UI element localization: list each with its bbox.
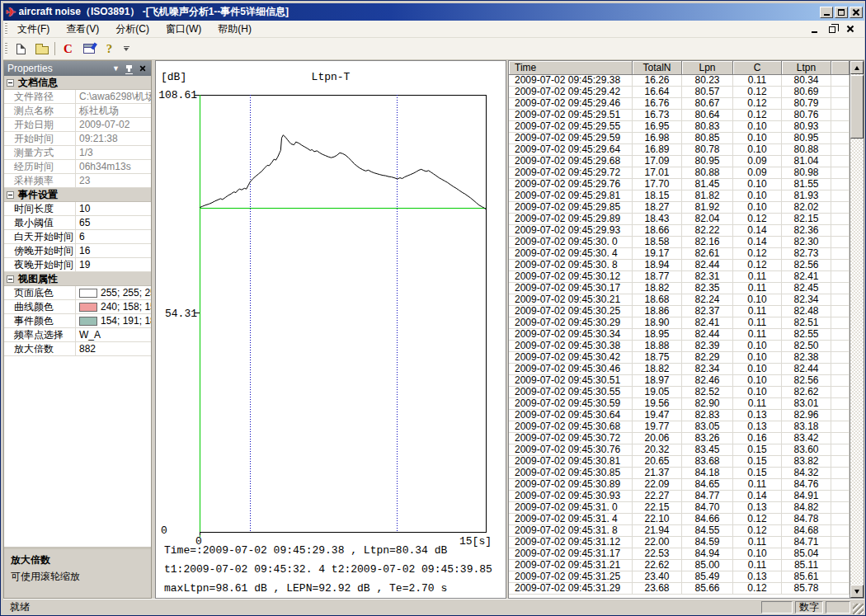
- open-file-button[interactable]: [32, 40, 51, 58]
- table-row[interactable]: 2009-07-02 09:45:30.4218.7582.290.1082.3…: [509, 352, 850, 364]
- table-row[interactable]: 2009-07-02 09:45:30.5118.9782.460.1082.5…: [509, 375, 850, 387]
- mdi-minimize-button[interactable]: [808, 24, 820, 35]
- table-row[interactable]: 2009-07-02 09:45:29.7617.7081.450.1081.5…: [509, 179, 850, 190]
- table-row[interactable]: 2009-07-02 09:45:30.1718.8282.350.1182.4…: [509, 283, 850, 294]
- property-value[interactable]: C:\awa6298\机场: [75, 90, 151, 103]
- property-row[interactable]: 夜晚开始时间19: [4, 258, 151, 272]
- table-row[interactable]: 2009-07-02 09:45:30.5519.0582.520.1082.6…: [509, 387, 850, 398]
- property-value[interactable]: W_A: [75, 328, 151, 341]
- resize-grip[interactable]: [853, 604, 864, 614]
- table-row[interactable]: 2009-07-02 09:45:30. 018.5882.160.1482.3…: [509, 237, 850, 248]
- property-section-header[interactable]: 文档信息: [4, 76, 151, 90]
- ltpn-plot-svg[interactable]: [156, 61, 506, 598]
- column-header[interactable]: Time: [509, 61, 633, 75]
- property-value[interactable]: 255; 255; 25: [75, 286, 151, 299]
- column-header[interactable]: Lpn: [682, 61, 733, 75]
- new-document-button[interactable]: [12, 40, 31, 58]
- property-value[interactable]: 10: [75, 202, 151, 215]
- menubar-grip[interactable]: [5, 23, 7, 35]
- property-section-header[interactable]: 视图属性: [4, 272, 151, 286]
- menu-item[interactable]: 文件(F): [11, 21, 56, 38]
- table-row[interactable]: 2009-07-02 09:45:29.5116.7380.640.1280.7…: [509, 110, 850, 121]
- property-section-header[interactable]: 事件设置: [4, 188, 151, 202]
- table-row[interactable]: 2009-07-02 09:45:29.9318.6682.220.1482.3…: [509, 225, 850, 237]
- table-row[interactable]: 2009-07-02 09:45:29.5516.9580.830.1080.9…: [509, 121, 850, 133]
- help-button[interactable]: ?: [100, 40, 119, 58]
- menu-item[interactable]: 帮助(H): [211, 21, 258, 38]
- table-row[interactable]: 2009-07-02 09:45:30.1218.7782.310.1182.4…: [509, 271, 850, 283]
- property-value[interactable]: 882: [75, 342, 151, 355]
- table-row[interactable]: 2009-07-02 09:45:29.7217.0180.880.0980.9…: [509, 167, 850, 179]
- collapse-icon[interactable]: [7, 79, 14, 87]
- property-value[interactable]: 06h34m13s: [75, 160, 151, 173]
- property-row[interactable]: 频率点选择W_A: [4, 328, 151, 342]
- property-value[interactable]: 240; 158; 15: [75, 300, 151, 313]
- property-value[interactable]: 栎社机场: [75, 104, 151, 117]
- property-row[interactable]: 页面底色255; 255; 25: [4, 286, 151, 300]
- menu-item[interactable]: 窗口(W): [159, 21, 208, 38]
- table-row[interactable]: 2009-07-02 09:45:30.7620.3283.450.1583.6…: [509, 444, 850, 456]
- property-value[interactable]: 2009-07-02: [75, 118, 151, 131]
- property-value[interactable]: 65: [75, 216, 151, 229]
- property-row[interactable]: 文件路径C:\awa6298\机场: [4, 90, 151, 104]
- property-row[interactable]: 白天开始时间6: [4, 230, 151, 244]
- panel-close-icon[interactable]: [137, 63, 148, 74]
- table-row[interactable]: 2009-07-02 09:45:30.8922.0984.650.1184.7…: [509, 479, 850, 491]
- property-value[interactable]: 154; 191; 18: [75, 314, 151, 327]
- property-value[interactable]: 19: [75, 258, 151, 271]
- c-weighting-button[interactable]: C: [59, 40, 78, 58]
- property-row[interactable]: 曲线颜色240; 158; 15: [4, 300, 151, 314]
- table-row[interactable]: 2009-07-02 09:45:30.2918.9082.410.1182.5…: [509, 317, 850, 329]
- table-row[interactable]: 2009-07-02 09:45:29.8118.1581.820.1081.9…: [509, 190, 850, 202]
- panel-pin-icon[interactable]: [124, 63, 134, 74]
- table-row[interactable]: 2009-07-02 09:45:30.8521.3784.180.1584.3…: [509, 468, 850, 479]
- table-row[interactable]: 2009-07-02 09:45:30.9322.2784.770.1484.9…: [509, 491, 850, 502]
- table-row[interactable]: 2009-07-02 09:45:29.8918.4382.040.1282.1…: [509, 214, 850, 225]
- property-row[interactable]: 傍晚开始时间16: [4, 244, 151, 258]
- table-row[interactable]: 2009-07-02 09:45:29.4216.6480.570.1280.6…: [509, 87, 850, 98]
- toolbar-grip[interactable]: [5, 43, 7, 54]
- column-header[interactable]: [831, 61, 850, 75]
- table-row[interactable]: 2009-07-02 09:45:30.4618.8282.340.1082.4…: [509, 364, 850, 375]
- scrollbar-thumb[interactable]: [850, 75, 864, 139]
- table-row[interactable]: 2009-07-02 09:45:30. 419.1782.610.1282.7…: [509, 248, 850, 260]
- property-row[interactable]: 采样频率23: [4, 174, 151, 188]
- property-row[interactable]: 测点名称栎社机场: [4, 104, 151, 118]
- property-value[interactable]: 09:21:38: [75, 132, 151, 145]
- property-row[interactable]: 经历时间06h34m13s: [4, 160, 151, 174]
- table-row[interactable]: 2009-07-02 09:45:29.5916.9880.850.1080.9…: [509, 133, 850, 144]
- table-row[interactable]: 2009-07-02 09:45:29.3816.2680.230.1180.3…: [509, 75, 850, 87]
- table-row[interactable]: 2009-07-02 09:45:30.6819.7783.050.1383.1…: [509, 421, 850, 433]
- minimize-button[interactable]: [820, 7, 833, 18]
- menu-item[interactable]: 查看(V): [59, 21, 106, 38]
- property-row[interactable]: 开始日期2009-07-02: [4, 118, 151, 132]
- property-row[interactable]: 最小阈值65: [4, 216, 151, 230]
- mdi-restore-button[interactable]: [826, 24, 838, 35]
- table-row[interactable]: 2009-07-02 09:45:30.2118.6882.240.1082.3…: [509, 294, 850, 306]
- property-row[interactable]: 放大倍数882: [4, 342, 151, 356]
- table-row[interactable]: 2009-07-02 09:45:31.2122.6285.000.1185.1…: [509, 560, 850, 571]
- property-row[interactable]: 事件颜色154; 191; 18: [4, 314, 151, 328]
- column-header[interactable]: C: [733, 61, 782, 75]
- table-row[interactable]: 2009-07-02 09:45:30.3818.8882.390.1082.5…: [509, 341, 850, 352]
- table-scrollbar[interactable]: [850, 61, 864, 598]
- close-button[interactable]: [850, 7, 863, 18]
- table-row[interactable]: 2009-07-02 09:45:31. 821.9484.550.1284.6…: [509, 525, 850, 537]
- property-row[interactable]: 时间长度10: [4, 202, 151, 216]
- table-row[interactable]: 2009-07-02 09:45:29.6416.8980.780.1080.8…: [509, 144, 850, 156]
- scroll-up-button[interactable]: [850, 61, 864, 74]
- table-row[interactable]: 2009-07-02 09:45:29.4616.7680.670.1280.7…: [509, 98, 850, 110]
- property-row[interactable]: 开始时间09:21:38: [4, 132, 151, 146]
- table-row[interactable]: 2009-07-02 09:45:31.1722.5384.940.1085.0…: [509, 548, 850, 560]
- column-header[interactable]: Ltpn: [782, 61, 831, 75]
- table-row[interactable]: 2009-07-02 09:45:30.7220.0683.260.1683.4…: [509, 433, 850, 444]
- table-row[interactable]: 2009-07-02 09:45:30.2518.8682.370.1182.4…: [509, 306, 850, 317]
- collapse-icon[interactable]: [7, 191, 14, 199]
- toolbar-overflow-button[interactable]: [121, 40, 131, 58]
- table-row[interactable]: 2009-07-02 09:45:29.8518.2781.920.1082.0…: [509, 202, 850, 214]
- table-row[interactable]: 2009-07-02 09:45:31.1222.0084.590.1184.7…: [509, 537, 850, 548]
- property-value[interactable]: 1/3: [75, 146, 151, 159]
- table-row[interactable]: 2009-07-02 09:45:31. 422.1084.660.1284.7…: [509, 514, 850, 525]
- collapse-icon[interactable]: [7, 275, 14, 283]
- table-row[interactable]: 2009-07-02 09:45:30.6419.4782.830.1382.9…: [509, 410, 850, 421]
